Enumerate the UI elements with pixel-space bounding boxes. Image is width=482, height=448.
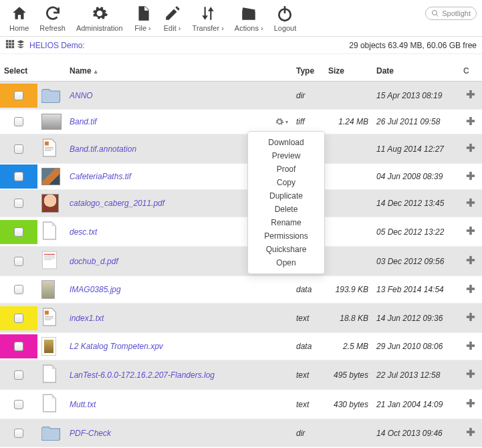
row-checkbox[interactable]	[14, 400, 23, 409]
menu-item-delete[interactable]: Delete	[248, 203, 324, 216]
add-button[interactable]	[459, 110, 482, 134]
col-c[interactable]: C	[459, 61, 482, 82]
table-row[interactable]: dochub_d.pdf03 Dec 2012 09:56	[0, 247, 482, 276]
toolbar-administration[interactable]: Administration	[72, 3, 127, 33]
select-cell[interactable]	[0, 277, 37, 302]
select-cell[interactable]	[0, 84, 37, 108]
table-row[interactable]: Mutt.txttext430 bytes21 Jan 2004 14:09	[0, 390, 482, 419]
add-button[interactable]	[459, 390, 482, 419]
toolbar-transfer[interactable]: Transfer ›	[189, 3, 228, 33]
file-name[interactable]: PDF-Check	[70, 429, 111, 438]
file-name[interactable]: index1.txt	[70, 314, 104, 323]
menu-item-permissions[interactable]: Permissions	[248, 229, 324, 243]
add-button[interactable]	[459, 190, 482, 217]
file-name[interactable]: ANNO	[70, 91, 93, 100]
toolbar-logout[interactable]: Logout	[270, 3, 301, 33]
file-size: 18.8 KB	[324, 304, 372, 333]
file-name[interactable]: Band.tif	[70, 117, 97, 126]
breadcrumb-path[interactable]: HELIOS Demo:	[29, 41, 85, 50]
menu-item-copy[interactable]: Copy	[248, 176, 324, 189]
row-checkbox[interactable]	[14, 172, 23, 181]
table-row[interactable]: CafeteriaPaths.tif04 Jun 2008 08:39	[0, 164, 482, 190]
row-actions-gear[interactable]: ▾	[275, 117, 288, 126]
table-row[interactable]: index1.txttext18.8 KB14 Jun 2012 09:36	[0, 304, 482, 333]
add-button[interactable]	[459, 360, 482, 390]
menu-item-open[interactable]: Open	[248, 256, 324, 269]
file-icon	[37, 333, 66, 360]
row-checkbox[interactable]	[14, 342, 23, 351]
row-checkbox[interactable]	[14, 370, 23, 380]
select-cell[interactable]	[0, 110, 37, 134]
layers-icon[interactable]	[16, 39, 25, 51]
spotlight-search[interactable]: Spotlight	[425, 7, 477, 20]
toolbar-refresh[interactable]: Refresh	[35, 3, 70, 33]
col-type[interactable]: Type	[292, 61, 324, 82]
row-checkbox[interactable]	[14, 429, 23, 438]
row-checkbox[interactable]	[14, 144, 23, 154]
file-name[interactable]: L2 Katalog Trompeten.xpv	[70, 342, 163, 351]
row-checkbox[interactable]	[14, 199, 23, 208]
menu-item-preview[interactable]: Preview	[248, 149, 324, 162]
row-checkbox[interactable]	[14, 314, 23, 323]
select-cell[interactable]	[0, 137, 37, 161]
col-name[interactable]: Name▲	[66, 61, 292, 82]
row-checkbox[interactable]	[14, 257, 23, 266]
file-size	[324, 190, 372, 217]
table-row[interactable]: LanTest-6.0.0-172.16.2.207-Flanders.logt…	[0, 360, 482, 390]
row-checkbox[interactable]	[14, 117, 23, 126]
add-button[interactable]	[459, 276, 482, 304]
menu-item-quickshare[interactable]: Quickshare	[248, 243, 324, 256]
add-button[interactable]	[459, 164, 482, 190]
select-cell[interactable]	[0, 334, 37, 358]
file-name[interactable]: catalogo_caberg_2011.pdf	[70, 199, 164, 208]
file-name[interactable]: LanTest-6.0.0-172.16.2.207-Flanders.log	[70, 370, 215, 380]
col-date[interactable]: Date	[372, 61, 459, 82]
select-cell[interactable]	[0, 220, 37, 244]
select-cell[interactable]	[0, 363, 37, 387]
add-button[interactable]	[459, 304, 482, 333]
toolbar-home[interactable]: Home	[5, 3, 33, 33]
menu-item-duplicate[interactable]: Duplicate	[248, 189, 324, 203]
menu-item-rename[interactable]: Rename	[248, 216, 324, 229]
grid-view-icon[interactable]	[5, 39, 15, 51]
table-row[interactable]: IMAG0385.jpgdata193.9 KB13 Feb 2014 14:5…	[0, 276, 482, 304]
toolbar-file[interactable]: File ›	[130, 3, 156, 33]
row-checkbox[interactable]	[14, 285, 23, 294]
select-cell[interactable]	[0, 249, 37, 273]
add-button[interactable]	[459, 217, 482, 247]
toolbar-actions[interactable]: Actions ›	[231, 3, 267, 33]
add-button[interactable]	[459, 82, 482, 110]
table-row[interactable]: ANNOdir15 Apr 2013 08:19	[0, 82, 482, 110]
select-cell[interactable]	[0, 191, 37, 215]
menu-item-download[interactable]: Download	[248, 136, 324, 149]
file-date: 29 Jun 2010 08:06	[372, 333, 459, 360]
table-row[interactable]: desc.txt05 Dec 2012 13:22	[0, 217, 482, 247]
col-select[interactable]: Select	[0, 61, 37, 82]
select-cell[interactable]	[0, 306, 37, 330]
table-row[interactable]: catalogo_caberg_2011.pdf14 Dec 2012 13:4…	[0, 190, 482, 217]
select-cell[interactable]	[0, 393, 37, 417]
table-row[interactable]: PDF-Checkdir14 Oct 2013 09:46	[0, 419, 482, 447]
add-button[interactable]	[459, 333, 482, 360]
file-name[interactable]: CafeteriaPaths.tif	[70, 172, 131, 181]
file-name[interactable]: desc.txt	[70, 227, 97, 237]
add-button[interactable]	[459, 134, 482, 164]
file-name[interactable]: Mutt.txt	[70, 400, 96, 409]
file-name[interactable]: dochub_d.pdf	[70, 257, 118, 266]
file-name[interactable]: IMAG0385.jpg	[70, 285, 121, 294]
table-row[interactable]: Band.tif.annotation11 Aug 2014 12:27	[0, 134, 482, 164]
col-size[interactable]: Size	[324, 61, 372, 82]
svg-rect-10	[12, 46, 15, 49]
row-checkbox[interactable]	[14, 227, 23, 237]
file-name[interactable]: Band.tif.annotation	[70, 144, 136, 154]
file-type: text	[292, 304, 324, 333]
menu-item-proof[interactable]: Proof	[248, 162, 324, 176]
select-cell[interactable]	[0, 421, 37, 445]
table-row[interactable]: Band.tif▾tiff1.24 MB26 Jul 2011 09:58	[0, 110, 482, 134]
add-button[interactable]	[459, 419, 482, 447]
add-button[interactable]	[459, 247, 482, 276]
select-cell[interactable]	[0, 164, 37, 189]
table-row[interactable]: L2 Katalog Trompeten.xpvdata2.5 MB29 Jun…	[0, 333, 482, 360]
toolbar-edit[interactable]: Edit ›	[159, 3, 186, 33]
row-checkbox[interactable]	[14, 91, 23, 100]
